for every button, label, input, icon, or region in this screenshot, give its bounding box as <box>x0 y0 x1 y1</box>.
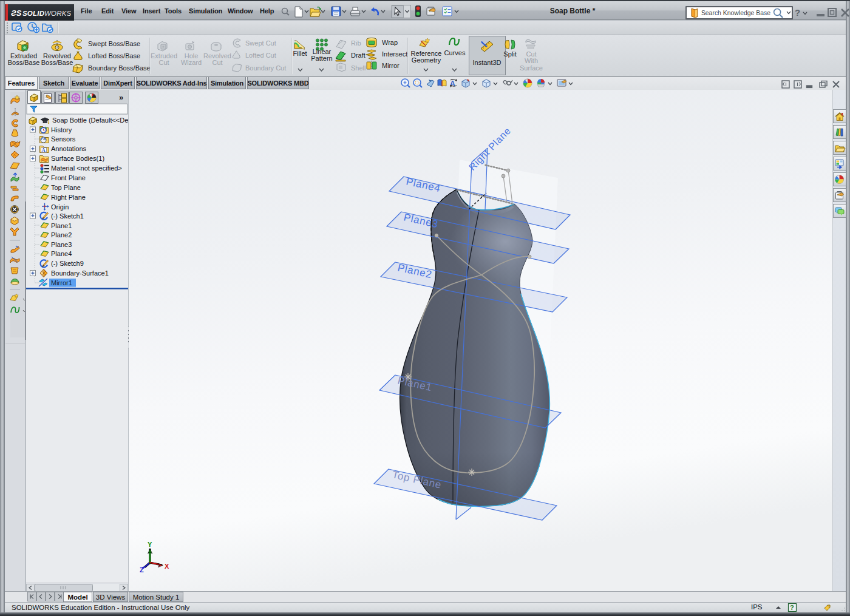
svg-text:»: » <box>119 93 123 102</box>
svg-text:Geometry: Geometry <box>412 56 441 64</box>
svg-text:Boss/Base: Boss/Base <box>8 59 40 66</box>
svg-text:Pattern: Pattern <box>311 55 332 62</box>
svg-text:X: X <box>165 563 169 570</box>
svg-text:Lofted Boss/Base: Lofted Boss/Base <box>88 52 140 59</box>
svg-text:Soap Bottle (Default<<Defa: Soap Bottle (Default<<Defa <box>52 117 128 124</box>
svg-text:(-) Sketch1: (-) Sketch1 <box>51 212 84 220</box>
svg-text:Sensors: Sensors <box>51 135 76 143</box>
svg-text:Boss/Base: Boss/Base <box>41 59 73 66</box>
svg-text:Fillet: Fillet <box>293 50 307 57</box>
svg-text:WORKS: WORKS <box>44 10 71 17</box>
svg-text:Split: Split <box>503 50 516 58</box>
svg-text:Plane4: Plane4 <box>51 250 72 257</box>
svg-text:Boundary-Surface1: Boundary-Surface1 <box>51 269 109 277</box>
svg-text:A: A <box>41 147 46 153</box>
svg-text:Surface: Surface <box>520 64 543 72</box>
svg-text:Front Plane: Front Plane <box>51 174 86 181</box>
svg-text:Mirror: Mirror <box>382 62 399 69</box>
svg-text:(-) Sketch9: (-) Sketch9 <box>51 260 84 267</box>
svg-text:History: History <box>51 126 72 134</box>
svg-text:Search Knowledge Base: Search Knowledge Base <box>701 10 770 16</box>
svg-text:Z: Z <box>140 566 144 574</box>
svg-text:Annotations: Annotations <box>51 145 87 152</box>
svg-text:Top Plane: Top Plane <box>51 184 81 191</box>
svg-text:?: ? <box>790 604 794 611</box>
svg-text:Mirror1: Mirror1 <box>51 279 72 286</box>
svg-text:ƧS: ƧS <box>11 8 22 18</box>
svg-text:Intersect: Intersect <box>382 50 407 58</box>
svg-text:Swept Boss/Base: Swept Boss/Base <box>88 40 140 47</box>
svg-text:?: ? <box>795 7 800 18</box>
svg-text:Lofted Cut: Lofted Cut <box>245 52 276 59</box>
svg-text:Cut: Cut <box>212 59 222 66</box>
svg-text:Wizard: Wizard <box>181 59 202 66</box>
svg-text:Material <not specified>: Material <not specified> <box>51 164 122 172</box>
svg-text:Surface Bodies(1): Surface Bodies(1) <box>51 155 104 162</box>
svg-text:Curves: Curves <box>444 49 466 56</box>
svg-text:Instant3D: Instant3D <box>472 59 501 66</box>
svg-text:Wrap: Wrap <box>382 39 398 46</box>
svg-text:SOLID: SOLID <box>22 10 44 17</box>
svg-text:Boundary Boss/Base: Boundary Boss/Base <box>88 64 151 72</box>
svg-text:Right Plane: Right Plane <box>51 194 86 201</box>
svg-text:Plane2: Plane2 <box>51 231 72 239</box>
svg-text:Boundary Cut: Boundary Cut <box>245 64 286 72</box>
svg-text:Y: Y <box>148 541 152 548</box>
svg-text:With: With <box>525 57 538 64</box>
svg-text:Plane1: Plane1 <box>51 222 72 229</box>
svg-text:Plane3: Plane3 <box>51 241 72 248</box>
svg-text:Draft: Draft <box>351 52 365 59</box>
svg-text:Shell: Shell <box>351 64 365 72</box>
svg-text:Swept Cut: Swept Cut <box>245 39 276 47</box>
svg-text:Rib: Rib <box>351 39 361 47</box>
svg-text:Cut: Cut <box>158 59 169 66</box>
svg-text:Origin: Origin <box>51 203 69 211</box>
